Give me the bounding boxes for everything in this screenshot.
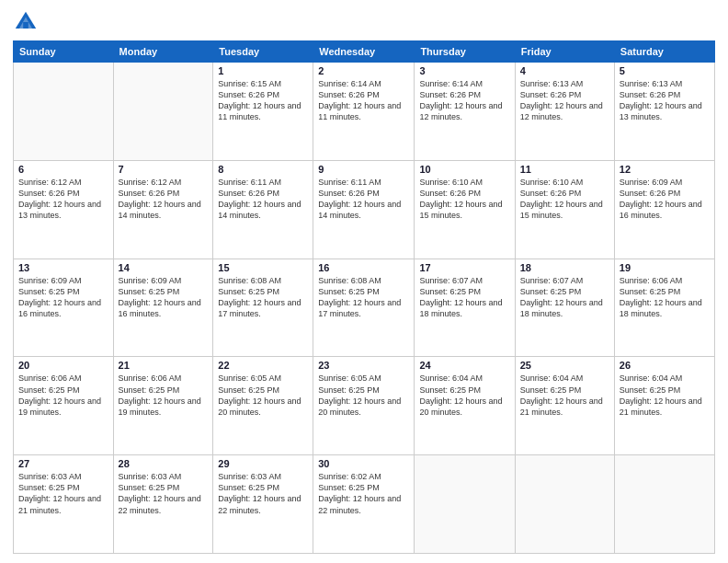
day-number: 21 (119, 360, 209, 371)
day-number: 27 (18, 458, 108, 469)
calendar-cell: 3Sunrise: 6:14 AM Sunset: 6:26 PM Daylig… (415, 63, 515, 161)
calendar-week-2: 6Sunrise: 6:12 AM Sunset: 6:26 PM Daylig… (14, 160, 715, 259)
svg-rect-2 (23, 22, 28, 29)
calendar: Sunday Monday Tuesday Wednesday Thursday… (13, 40, 715, 554)
day-info: Sunrise: 6:09 AM Sunset: 6:26 PM Dayligh… (620, 177, 710, 222)
day-number: 10 (419, 164, 509, 175)
day-number: 9 (318, 164, 409, 175)
day-number: 24 (419, 360, 509, 371)
calendar-cell: 6Sunrise: 6:12 AM Sunset: 6:26 PM Daylig… (14, 160, 114, 259)
calendar-cell (113, 63, 213, 161)
day-info: Sunrise: 6:11 AM Sunset: 6:26 PM Dayligh… (218, 177, 308, 222)
day-number: 19 (620, 262, 710, 273)
calendar-cell: 5Sunrise: 6:13 AM Sunset: 6:26 PM Daylig… (614, 63, 714, 161)
day-info: Sunrise: 6:04 AM Sunset: 6:25 PM Dayligh… (620, 373, 710, 418)
col-thursday: Thursday (415, 41, 515, 63)
calendar-cell: 25Sunrise: 6:04 AM Sunset: 6:25 PM Dayli… (515, 357, 614, 455)
calendar-cell (14, 63, 114, 161)
day-info: Sunrise: 6:12 AM Sunset: 6:26 PM Dayligh… (18, 177, 108, 222)
day-info: Sunrise: 6:06 AM Sunset: 6:25 PM Dayligh… (18, 373, 108, 418)
day-info: Sunrise: 6:08 AM Sunset: 6:25 PM Dayligh… (318, 275, 409, 320)
logo-area (13, 9, 40, 35)
header (13, 9, 715, 35)
day-number: 23 (318, 360, 409, 371)
calendar-cell: 12Sunrise: 6:09 AM Sunset: 6:26 PM Dayli… (614, 160, 714, 259)
day-info: Sunrise: 6:15 AM Sunset: 6:26 PM Dayligh… (218, 78, 308, 123)
calendar-cell: 24Sunrise: 6:04 AM Sunset: 6:25 PM Dayli… (415, 357, 515, 455)
col-saturday: Saturday (614, 41, 714, 63)
day-number: 25 (520, 360, 609, 371)
calendar-cell: 7Sunrise: 6:12 AM Sunset: 6:26 PM Daylig… (113, 160, 213, 259)
day-info: Sunrise: 6:05 AM Sunset: 6:25 PM Dayligh… (318, 373, 409, 418)
calendar-cell: 29Sunrise: 6:03 AM Sunset: 6:25 PM Dayli… (213, 455, 313, 554)
page: Sunday Monday Tuesday Wednesday Thursday… (0, 0, 728, 563)
calendar-cell: 27Sunrise: 6:03 AM Sunset: 6:25 PM Dayli… (14, 455, 114, 554)
day-number: 7 (119, 164, 209, 175)
calendar-cell: 13Sunrise: 6:09 AM Sunset: 6:25 PM Dayli… (14, 259, 114, 357)
day-number: 13 (18, 262, 108, 273)
day-info: Sunrise: 6:11 AM Sunset: 6:26 PM Dayligh… (318, 177, 409, 222)
day-number: 12 (620, 164, 710, 175)
day-number: 16 (318, 262, 409, 273)
day-info: Sunrise: 6:14 AM Sunset: 6:26 PM Dayligh… (318, 78, 409, 123)
day-info: Sunrise: 6:13 AM Sunset: 6:26 PM Dayligh… (520, 78, 609, 123)
day-info: Sunrise: 6:03 AM Sunset: 6:25 PM Dayligh… (18, 471, 108, 516)
day-number: 4 (520, 65, 609, 76)
col-tuesday: Tuesday (213, 41, 313, 63)
day-info: Sunrise: 6:03 AM Sunset: 6:25 PM Dayligh… (119, 471, 209, 516)
day-info: Sunrise: 6:07 AM Sunset: 6:25 PM Dayligh… (520, 275, 609, 320)
calendar-week-5: 27Sunrise: 6:03 AM Sunset: 6:25 PM Dayli… (14, 455, 715, 554)
calendar-cell: 20Sunrise: 6:06 AM Sunset: 6:25 PM Dayli… (14, 357, 114, 455)
day-number: 22 (218, 360, 308, 371)
calendar-cell: 18Sunrise: 6:07 AM Sunset: 6:25 PM Dayli… (515, 259, 614, 357)
day-info: Sunrise: 6:14 AM Sunset: 6:26 PM Dayligh… (419, 78, 509, 123)
calendar-cell: 2Sunrise: 6:14 AM Sunset: 6:26 PM Daylig… (313, 63, 415, 161)
day-number: 29 (218, 458, 308, 469)
calendar-header-row: Sunday Monday Tuesday Wednesday Thursday… (14, 41, 715, 63)
day-info: Sunrise: 6:10 AM Sunset: 6:26 PM Dayligh… (520, 177, 609, 222)
calendar-cell: 8Sunrise: 6:11 AM Sunset: 6:26 PM Daylig… (213, 160, 313, 259)
calendar-cell: 1Sunrise: 6:15 AM Sunset: 6:26 PM Daylig… (213, 63, 313, 161)
day-number: 2 (318, 65, 409, 76)
day-info: Sunrise: 6:09 AM Sunset: 6:25 PM Dayligh… (119, 275, 209, 320)
calendar-week-3: 13Sunrise: 6:09 AM Sunset: 6:25 PM Dayli… (14, 259, 715, 357)
day-number: 8 (218, 164, 308, 175)
calendar-cell: 19Sunrise: 6:06 AM Sunset: 6:25 PM Dayli… (614, 259, 714, 357)
day-number: 20 (18, 360, 108, 371)
calendar-cell: 4Sunrise: 6:13 AM Sunset: 6:26 PM Daylig… (515, 63, 614, 161)
calendar-cell (614, 455, 714, 554)
day-number: 15 (218, 262, 308, 273)
day-info: Sunrise: 6:02 AM Sunset: 6:25 PM Dayligh… (318, 471, 409, 516)
day-info: Sunrise: 6:03 AM Sunset: 6:25 PM Dayligh… (218, 471, 308, 516)
calendar-week-1: 1Sunrise: 6:15 AM Sunset: 6:26 PM Daylig… (14, 63, 715, 161)
day-number: 6 (18, 164, 108, 175)
calendar-cell: 21Sunrise: 6:06 AM Sunset: 6:25 PM Dayli… (113, 357, 213, 455)
day-number: 26 (620, 360, 710, 371)
day-info: Sunrise: 6:05 AM Sunset: 6:25 PM Dayligh… (218, 373, 308, 418)
day-info: Sunrise: 6:06 AM Sunset: 6:25 PM Dayligh… (119, 373, 209, 418)
day-number: 14 (119, 262, 209, 273)
calendar-cell: 10Sunrise: 6:10 AM Sunset: 6:26 PM Dayli… (415, 160, 515, 259)
day-number: 17 (419, 262, 509, 273)
calendar-cell: 28Sunrise: 6:03 AM Sunset: 6:25 PM Dayli… (113, 455, 213, 554)
day-info: Sunrise: 6:13 AM Sunset: 6:26 PM Dayligh… (620, 78, 710, 123)
day-number: 11 (520, 164, 609, 175)
calendar-cell (515, 455, 614, 554)
day-number: 28 (119, 458, 209, 469)
day-info: Sunrise: 6:08 AM Sunset: 6:25 PM Dayligh… (218, 275, 308, 320)
calendar-cell: 17Sunrise: 6:07 AM Sunset: 6:25 PM Dayli… (415, 259, 515, 357)
day-info: Sunrise: 6:07 AM Sunset: 6:25 PM Dayligh… (419, 275, 509, 320)
col-friday: Friday (515, 41, 614, 63)
day-info: Sunrise: 6:06 AM Sunset: 6:25 PM Dayligh… (620, 275, 710, 320)
day-info: Sunrise: 6:04 AM Sunset: 6:25 PM Dayligh… (419, 373, 509, 418)
day-number: 30 (318, 458, 409, 469)
calendar-cell (415, 455, 515, 554)
day-info: Sunrise: 6:04 AM Sunset: 6:25 PM Dayligh… (520, 373, 609, 418)
col-sunday: Sunday (14, 41, 114, 63)
col-monday: Monday (113, 41, 213, 63)
day-info: Sunrise: 6:09 AM Sunset: 6:25 PM Dayligh… (18, 275, 108, 320)
calendar-week-4: 20Sunrise: 6:06 AM Sunset: 6:25 PM Dayli… (14, 357, 715, 455)
day-info: Sunrise: 6:12 AM Sunset: 6:26 PM Dayligh… (119, 177, 209, 222)
day-info: Sunrise: 6:10 AM Sunset: 6:26 PM Dayligh… (419, 177, 509, 222)
calendar-cell: 26Sunrise: 6:04 AM Sunset: 6:25 PM Dayli… (614, 357, 714, 455)
